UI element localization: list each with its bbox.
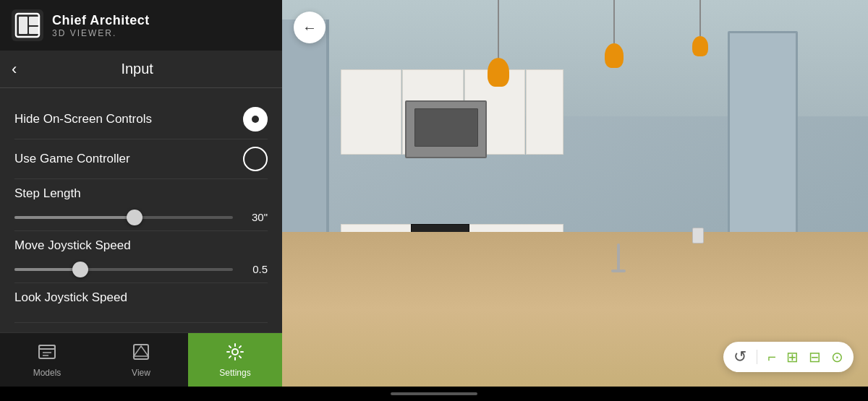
tab-bar: Models View Settings (0, 332, 282, 387)
nav-header: ‹ Input (0, 51, 282, 88)
pendant-1 (488, 0, 509, 87)
right-panel: ← ↺ ⌐ ⊞ ⊟ ⊙ (282, 0, 868, 387)
microwave (405, 100, 487, 158)
back-button[interactable]: ‹ (12, 61, 17, 77)
step-length-label: Step Length (14, 186, 268, 201)
step-length-fill (14, 216, 135, 219)
step-length-track[interactable] (14, 216, 233, 219)
hide-onscreen-row: Hide On-Screen Controls (14, 100, 268, 139)
look-joystick-label: Look Joystick Speed (14, 290, 268, 305)
svg-marker-10 (134, 346, 148, 356)
look-joystick-section: Look Joystick Speed (14, 283, 268, 323)
app-name: Chief Architect (52, 13, 150, 28)
step-length-row: 30" (14, 211, 268, 223)
layout-icon[interactable]: ⊞ (786, 348, 799, 366)
scene-back-icon: ← (302, 20, 317, 36)
tab-models[interactable]: Models (0, 333, 94, 387)
svg-rect-6 (39, 345, 55, 349)
cabinet-1 (341, 69, 401, 155)
move-joystick-row: 0.5 (14, 263, 268, 275)
pendant-3 (692, 0, 708, 56)
building-icon[interactable]: ⊟ (809, 348, 821, 366)
move-joystick-value: 0.5 (242, 263, 268, 275)
settings-content: Hide On-Screen Controls Use Game Control… (0, 88, 282, 332)
move-joystick-track[interactable] (14, 268, 233, 271)
tab-view[interactable]: View (94, 333, 188, 387)
settings-tab-label: Settings (219, 368, 250, 378)
pendant-2 (605, 0, 624, 68)
svg-rect-3 (29, 17, 39, 25)
move-joystick-label: Move Joystick Speed (14, 238, 268, 253)
models-icon (37, 342, 57, 365)
tab-settings[interactable]: Settings (188, 333, 282, 387)
use-game-controller-label: Use Game Controller (14, 152, 130, 166)
models-tab-label: Models (33, 368, 61, 378)
scene-back-button[interactable]: ← (294, 12, 326, 43)
hide-onscreen-toggle[interactable] (243, 107, 268, 131)
view-icon (131, 342, 151, 365)
scene-render (282, 0, 868, 387)
bottom-bar (0, 387, 868, 401)
app-logo-icon (12, 9, 43, 41)
move-joystick-section: Move Joystick Speed 0.5 (14, 231, 268, 283)
settings-icon (225, 342, 245, 365)
move-joystick-thumb[interactable] (72, 262, 88, 277)
main-container: Chief Architect 3D VIEWER. ‹ Input Hide … (0, 0, 868, 387)
svg-rect-2 (19, 17, 27, 34)
step-length-value: 30" (242, 211, 268, 223)
scene-toolbar: ↺ ⌐ ⊞ ⊟ ⊙ (723, 342, 854, 372)
logo-text: Chief Architect 3D VIEWER. (52, 13, 150, 38)
outlet (692, 228, 704, 243)
toolbar-divider-1 (757, 350, 757, 364)
step-length-section: Step Length 30" (14, 179, 268, 231)
svg-rect-5 (39, 345, 55, 358)
app-subtitle: 3D VIEWER. (52, 28, 150, 38)
cabinet-4 (526, 69, 563, 155)
svg-rect-4 (29, 27, 39, 34)
left-panel: Chief Architect 3D VIEWER. ‹ Input Hide … (0, 0, 282, 387)
view-tab-label: View (132, 368, 150, 378)
faucet (611, 243, 626, 280)
step-length-thumb[interactable] (127, 210, 142, 225)
svg-point-11 (232, 349, 238, 355)
page-title: Input (25, 61, 249, 77)
floor-plan-icon[interactable]: ⌐ (767, 349, 776, 366)
rotate-icon[interactable]: ↺ (733, 348, 746, 366)
view3d-icon[interactable]: ⊙ (831, 348, 843, 366)
use-game-controller-toggle[interactable] (243, 147, 268, 171)
move-joystick-fill (14, 268, 80, 271)
hide-onscreen-label: Hide On-Screen Controls (14, 112, 152, 126)
use-game-controller-row: Use Game Controller (14, 139, 268, 179)
home-indicator (391, 392, 477, 395)
logo-header: Chief Architect 3D VIEWER. (0, 0, 282, 51)
